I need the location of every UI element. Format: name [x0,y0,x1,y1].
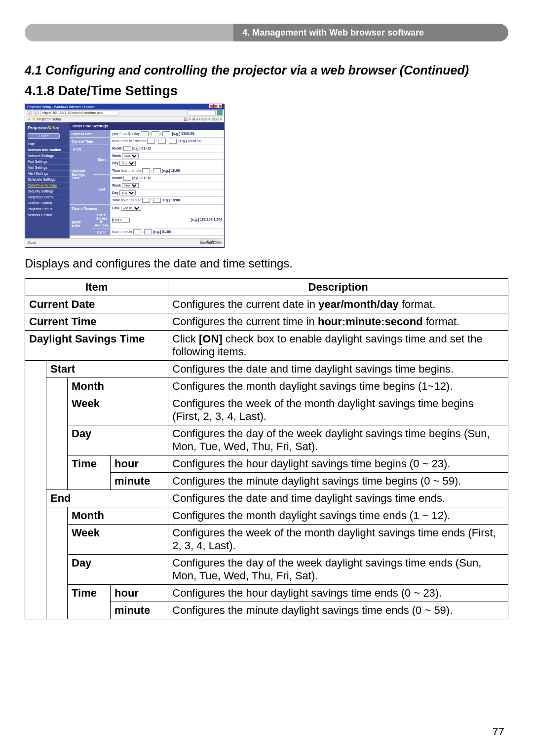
start-hour-input[interactable] [142,168,150,173]
item-start-day: Day [68,425,168,455]
desc-current-date: Configures the current date in year/mont… [168,296,508,313]
val-current-date: year / month / day / / [e.g.] 08/01/01 [111,130,224,138]
desc-end-minute: Configures the minute daylight savings t… [168,602,508,619]
end-hour-input[interactable] [142,198,150,203]
fav-icon[interactable]: ★ [27,117,31,121]
toolbar-right: 🏠 ▾ 🖶 ▾ Page ▾ Tools ▾ [184,117,222,121]
item-end-hour: hour [111,585,168,602]
desc-start-day: Configures the day of the week daylight … [168,425,508,455]
nav-schedule-settings[interactable]: Schedule Settings [25,177,70,183]
status-bar: Done Internet 100% [25,238,224,246]
sidebar: ProjectorSetup Logoff Top: Network Infor… [25,122,70,238]
window-buttons[interactable] [209,104,222,110]
row-end-week: Week First [111,182,224,189]
min-input[interactable] [158,139,166,144]
description-table: Item Description Current Date Configures… [25,278,508,619]
desc-end-day: Configures the day of the week daylight … [168,555,508,585]
nav-alert-settings[interactable]: Alert Settings [25,171,70,177]
nav-network-settings[interactable]: Network Settings [25,153,70,159]
url-field[interactable]: http://192.168.1.10/admin/datetime.html [40,110,118,115]
nav-projector-status[interactable]: Projector Status [25,206,70,212]
indent-end [46,507,68,619]
row-end-time: Time hour : minute : [e.g.] 18:00 [111,197,224,204]
end-day-select[interactable]: Sun [119,190,136,195]
item-dst: Daylight Savings Time [25,331,168,361]
th-desc: Description [168,279,508,296]
val-cycle: hour : minute : [e.g.] 01:00 [111,228,224,236]
go-button[interactable] [217,110,223,115]
gmt-select[interactable]: +00:00 [121,206,141,211]
dst-on-check[interactable]: ■ ON [72,148,82,151]
browser-toolbar: ★ ✚ Projector Setup 🏠 ▾ 🖶 ▾ Page ▾ Tools… [25,116,224,122]
desc-start-week: Configures the week of the month dayligh… [168,395,508,425]
cycle-hour-input[interactable] [133,229,141,234]
indent-dst [25,361,46,619]
settings-form: Current Date year / month / day / / [e.g… [70,130,224,236]
item-start-minute: minute [111,473,168,490]
nav-remote-control[interactable]: Remote Control [25,200,70,206]
item-start: Start [46,361,168,378]
item-start-hour: hour [111,455,168,473]
nav-projector-control[interactable]: Projector Control [25,194,70,200]
logoff-button[interactable]: Logoff [28,133,60,139]
nav-network-info[interactable]: Network Information [25,147,70,153]
status-left: Done [28,241,36,244]
nav-back-icon[interactable]: ◄ [27,110,32,115]
end-min-input[interactable] [153,198,161,203]
start-month-input[interactable] [123,146,131,151]
year-input[interactable] [141,131,149,136]
val-time-diff: GMT +00:00 [111,205,224,212]
end-week-select[interactable]: First [122,183,139,188]
item-start-time: Time [68,455,111,490]
browser-tab[interactable]: Projector Setup [37,117,61,121]
lab-current-time: Current Time [70,138,111,145]
item-end: End [46,490,168,507]
item-end-time: Time [68,585,111,619]
desc-start-month: Configures the month daylight savings ti… [168,378,508,395]
sidebar-nav: Top: Network Information Network Setting… [25,141,70,218]
lab-time-diff: Time difference [70,205,111,212]
sec-input[interactable] [169,139,177,144]
page-number: 77 [493,725,504,738]
item-current-date: Current Date [25,296,168,313]
row-end-month: Month [e.g.] 01~12 [111,175,224,182]
main-panel: Date/Time Settings Current Date year / m… [70,122,224,238]
month-input[interactable] [152,131,159,136]
nav-fwd-icon[interactable]: ► [34,110,39,115]
val-current-time: hour : minute : second : : [e.g.] 18:01:… [111,138,224,145]
row-start-week: Week Last [111,152,224,160]
nav-network-restart[interactable]: Network Restart [25,212,70,218]
fav-add-icon[interactable]: ✚ [32,117,36,121]
desc-end: Configures the date and time daylight sa… [168,490,508,507]
item-start-month: Month [68,378,168,395]
desc-start-minute: Configures the minute daylight savings t… [168,473,508,490]
hour-input[interactable] [147,139,155,144]
nav-port-settings[interactable]: Port Settings [25,159,70,165]
desc-end-month: Configures the month daylight savings ti… [168,507,508,525]
nav-security-settings[interactable]: Security Settings [25,189,70,194]
nav-datetime-settings[interactable]: Date/Time Settings [25,183,70,189]
window-title: Projector Setup - Windows Internet Explo… [27,104,95,110]
sntp-ip-input[interactable] [112,218,130,223]
address-bar: ◄ ► http://192.168.1.10/admin/datetime.h… [25,110,224,116]
cycle-min-input[interactable] [144,229,152,234]
start-min-input[interactable] [153,168,161,173]
item-end-minute: minute [111,602,168,619]
nav-top[interactable]: Top: [25,141,70,147]
val-sntp-ip: [e.g.] 192.168.1.254 [111,212,224,228]
chapter-header: 4. Management with Web browser software [25,24,508,41]
item-current-time: Current Time [25,313,168,331]
intro-text: Displays and configures the date and tim… [25,257,508,270]
search-field[interactable] [188,110,216,115]
lab-end: End [93,175,111,204]
start-week-select[interactable]: Last [122,153,139,158]
row-start-month: Month [e.g.] 01~12 [111,145,224,152]
nav-mail-settings[interactable]: Mail Settings [25,165,70,171]
start-day-select[interactable]: Sun [119,161,136,166]
row-start-day: Day Sun [111,160,224,167]
chapter-header-left [25,24,233,41]
end-month-input[interactable] [123,176,131,181]
desc-start-hour: Configures the hour daylight savings tim… [168,455,508,473]
screenshot: Projector Setup - Windows Internet Explo… [25,104,225,248]
day-input[interactable] [162,131,170,136]
